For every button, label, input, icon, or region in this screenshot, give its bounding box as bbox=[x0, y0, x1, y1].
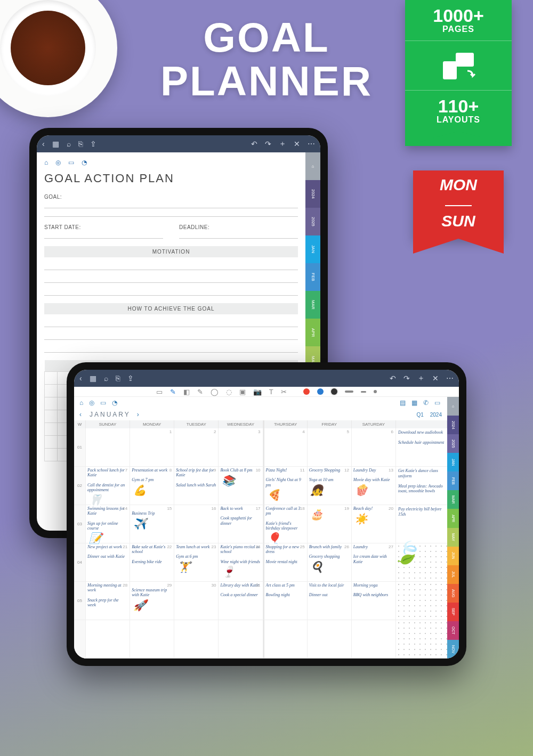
tool-eraser-icon[interactable]: ◧ bbox=[183, 388, 190, 396]
tool-highlight-icon[interactable]: ✎ bbox=[197, 388, 203, 396]
tab-may[interactable]: MAY bbox=[447, 528, 459, 547]
tool-text-icon[interactable]: T bbox=[269, 388, 273, 396]
stroke-med[interactable] bbox=[361, 391, 366, 393]
list-icon[interactable]: ▭ bbox=[434, 399, 442, 407]
page-icon[interactable]: ▭ bbox=[100, 399, 108, 407]
calendar-cell[interactable] bbox=[174, 620, 219, 659]
redo-icon[interactable]: ↷ bbox=[403, 374, 410, 383]
tool-link-icon[interactable]: ✂ bbox=[281, 388, 287, 396]
grid-icon[interactable]: ▦ bbox=[90, 374, 96, 383]
calendar-cell[interactable]: 10Book Club at 8 pm📚 bbox=[219, 467, 263, 505]
calendar-cell[interactable]: 15 Business Trip✈️ bbox=[130, 505, 174, 543]
tab-home[interactable]: ⌂ bbox=[305, 152, 320, 180]
redo-icon[interactable]: ↷ bbox=[265, 140, 271, 148]
calendar-cell[interactable]: 4 bbox=[263, 428, 308, 467]
calendar-cell[interactable]: 13Laundry Day Movie day with Katie🍿 bbox=[352, 467, 396, 505]
search-icon[interactable]: ⌕ bbox=[104, 374, 108, 383]
calendar-cell[interactable] bbox=[86, 620, 130, 659]
undo-icon[interactable]: ↶ bbox=[251, 140, 257, 148]
side-note[interactable]: Get Katie's dance class uniformMeal prep… bbox=[396, 467, 447, 505]
calendar-cell[interactable]: 27Laundry Ice cream date with Katie bbox=[352, 543, 396, 582]
tab-mar[interactable]: MAR bbox=[447, 490, 459, 509]
tab-mar[interactable]: MAR bbox=[305, 291, 320, 319]
calendar-cell[interactable]: 22Bake sale at Katie's school Evening bi… bbox=[130, 543, 174, 582]
side-note[interactable]: Download new audiobookSchedule hair appo… bbox=[396, 428, 447, 467]
year[interactable]: 2024 bbox=[430, 412, 442, 418]
calendar-cell[interactable]: 8Presentation at work Gym at 7 pm💪 bbox=[130, 467, 174, 505]
side-note[interactable]: Pay electricity bill before 15th bbox=[396, 505, 447, 543]
calendar-cell[interactable]: Visit to the local fair Dinner out bbox=[308, 582, 352, 620]
calendar-cell[interactable]: 17Back to work Cook spaghetti for dinner bbox=[219, 505, 263, 543]
tab-aug[interactable]: AUG bbox=[447, 584, 459, 603]
home-icon[interactable]: ⌂ bbox=[79, 399, 85, 407]
calendar-cell[interactable]: 11Pizza Night! Girls' Night Out at 9 pm🍕 bbox=[263, 467, 308, 505]
share-icon[interactable]: ⇪ bbox=[90, 140, 96, 148]
calendar-cell[interactable]: 7Pack school lunch for Katie Call the de… bbox=[86, 467, 130, 505]
calendar-cell[interactable] bbox=[352, 620, 396, 659]
tab-oct[interactable]: OCT bbox=[447, 621, 459, 640]
calendar-cell[interactable]: 23Team lunch at work Gym at 6 pm🏋️ bbox=[174, 543, 219, 582]
home-icon[interactable]: ⌂ bbox=[44, 159, 48, 166]
tool-tablet-icon[interactable]: ▭ bbox=[156, 388, 163, 396]
color-blue[interactable] bbox=[317, 388, 324, 395]
calendar-cell[interactable] bbox=[263, 620, 308, 659]
stroke-thin[interactable] bbox=[374, 390, 377, 393]
undo-icon[interactable]: ↶ bbox=[390, 374, 396, 383]
calendar-cell[interactable]: 14Swimming lessons for Katie Sign up for… bbox=[86, 505, 130, 543]
calendar-cell[interactable]: Morning yoga BBQ with neighbors bbox=[352, 582, 396, 620]
calendar-cell[interactable]: 29 Science museum trip with Katie🚀 bbox=[130, 582, 174, 620]
tab-sep[interactable]: SEP bbox=[447, 603, 459, 621]
tab-jan[interactable]: JAN bbox=[305, 235, 320, 263]
side-note[interactable]: 🍃 bbox=[396, 543, 447, 582]
color-black[interactable] bbox=[331, 388, 337, 395]
bookmark-icon[interactable]: ⎘ bbox=[116, 374, 120, 383]
calendar-cell[interactable]: 25Shopping for a new dress Movie rental … bbox=[263, 543, 308, 582]
more-icon[interactable]: ⋯ bbox=[308, 140, 315, 148]
add-icon[interactable]: ＋ bbox=[417, 373, 425, 383]
add-icon[interactable]: ＋ bbox=[279, 139, 286, 149]
back-icon[interactable]: ‹ bbox=[42, 140, 45, 148]
bookmark-icon[interactable]: ⎘ bbox=[78, 140, 83, 148]
calendar-cell[interactable]: 3 bbox=[219, 428, 263, 467]
tab-feb[interactable]: FEB bbox=[305, 263, 320, 291]
close-icon[interactable]: ✕ bbox=[294, 140, 300, 148]
tab-apr[interactable]: APR bbox=[447, 509, 459, 527]
calendar-cell[interactable]: 12Grocery Shopping Yoga at 10 am👧 bbox=[308, 467, 352, 505]
tool-image-icon[interactable]: ▣ bbox=[239, 388, 246, 396]
next-month[interactable]: › bbox=[137, 411, 141, 418]
calendar-cell[interactable]: 21New project at work Dinner out with Ka… bbox=[86, 543, 130, 582]
quarter[interactable]: Q1 bbox=[416, 412, 423, 418]
target-icon[interactable]: ◎ bbox=[55, 159, 61, 166]
start-date-input[interactable] bbox=[44, 230, 163, 239]
tool-lasso-icon[interactable]: ◌ bbox=[226, 388, 232, 396]
step-checkbox[interactable] bbox=[45, 372, 58, 385]
calendar-cell[interactable] bbox=[308, 620, 352, 659]
side-note[interactable] bbox=[396, 620, 447, 659]
close-icon[interactable]: ✕ bbox=[432, 374, 439, 383]
calendar-cell[interactable] bbox=[219, 620, 263, 659]
calendar-cell[interactable]: 16 bbox=[174, 505, 219, 543]
calendar-cell[interactable] bbox=[86, 428, 130, 467]
grid-small-icon[interactable]: ▦ bbox=[411, 399, 419, 407]
link-icon[interactable]: ✆ bbox=[423, 399, 430, 407]
tab-jul[interactable]: JUL bbox=[447, 565, 459, 584]
tab-home[interactable]: ⌂ bbox=[447, 397, 459, 416]
calendar-cell[interactable]: Art class at 5 pm Bowling night bbox=[263, 582, 308, 620]
calendar-cell[interactable]: 28Morning meeting at work Snack prep for… bbox=[86, 582, 130, 620]
tab-2025[interactable]: 2025 bbox=[447, 434, 459, 453]
back-icon[interactable]: ‹ bbox=[79, 374, 82, 383]
tab-apr[interactable]: APR bbox=[305, 319, 320, 346]
stroke-thick[interactable] bbox=[345, 391, 353, 393]
calendar-cell[interactable]: 9School trip fee due for Katie Salad lun… bbox=[174, 467, 219, 505]
calendar-cell[interactable]: 18Conference call at 3 pm Katie's friend… bbox=[263, 505, 308, 543]
side-note[interactable] bbox=[396, 582, 447, 620]
calendar-cell[interactable]: 20Beach day!☀️ bbox=[352, 505, 396, 543]
share-icon[interactable]: ⇪ bbox=[127, 374, 134, 383]
tab-feb[interactable]: FEB bbox=[447, 472, 459, 490]
page-icon[interactable]: ▭ bbox=[68, 159, 74, 166]
calendar-cell[interactable]: 2 bbox=[174, 428, 219, 467]
calendar-cell[interactable]: 31Library day with Katie Cook a special … bbox=[219, 582, 263, 620]
tool-shapes-icon[interactable]: ◯ bbox=[211, 388, 219, 396]
target-icon[interactable]: ◎ bbox=[89, 399, 96, 407]
chart-icon[interactable]: ◔ bbox=[112, 399, 119, 407]
